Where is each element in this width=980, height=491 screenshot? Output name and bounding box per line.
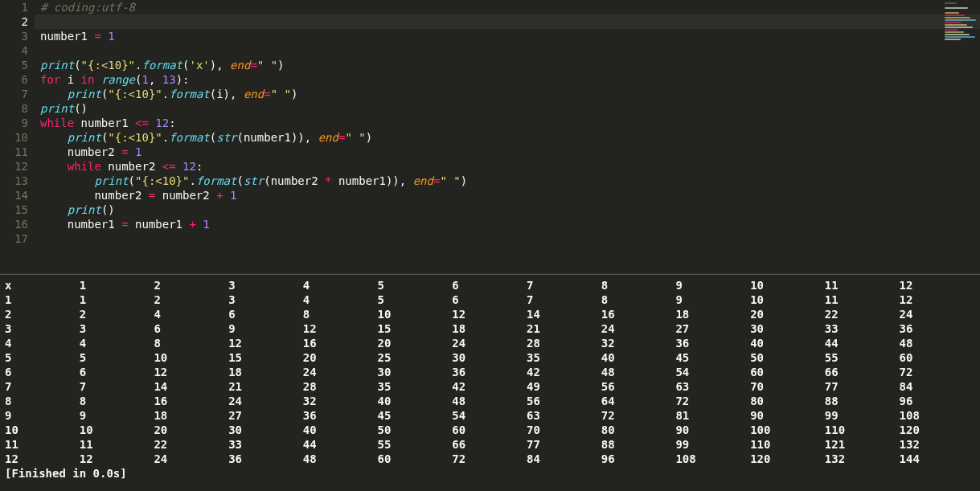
token: *: [325, 174, 331, 187]
code-line[interactable]: number1 = number1 + 1: [40, 217, 980, 231]
token: print: [68, 203, 101, 216]
code-line[interactable]: [40, 43, 980, 58]
token: format: [169, 131, 210, 144]
panel-divider[interactable]: [0, 273, 980, 275]
code-line[interactable]: print("{:<10}".format('x'), end=" "): [40, 58, 980, 72]
output-line: 8 8 16 24 32 40 48 56 64 72 80 88 96: [5, 394, 974, 408]
code-line[interactable]: while number1 <= 12:: [40, 116, 980, 130]
minimap-line: [945, 5, 962, 6]
minimap[interactable]: [945, 2, 977, 43]
minimap-line: [945, 22, 962, 23]
line-number: 6: [0, 72, 28, 87]
output-line: 11 11 22 33 44 55 66 77 88 99 110 121 13…: [5, 437, 974, 452]
line-number: 3: [0, 29, 28, 43]
code-line[interactable]: print("{:<10}".format(str(number2 * numb…: [40, 174, 980, 188]
token: format: [196, 174, 237, 187]
output-line: 4 4 8 12 16 20 24 28 32 36 40 44 48: [5, 336, 974, 350]
token: [223, 189, 230, 202]
code-line[interactable]: # coding:utf-8: [40, 0, 980, 14]
token: while: [40, 117, 74, 129]
token: ): [366, 131, 372, 144]
token: 1: [230, 189, 236, 202]
line-number: 9: [0, 116, 28, 130]
token: [176, 160, 182, 173]
line-number: 16: [0, 217, 28, 231]
code-line[interactable]: print("{:<10}".format(str(number1)), end…: [40, 130, 980, 145]
token: "{:<10}": [108, 88, 162, 100]
minimap-line: [945, 12, 959, 14]
output-line: 10 10 20 30 40 50 60 70 80 90 100 110 12…: [5, 423, 974, 437]
code-line[interactable]: [35, 14, 980, 29]
line-number: 8: [0, 101, 28, 116]
token: .: [162, 131, 169, 144]
token: (: [129, 174, 135, 187]
token: number2: [40, 145, 121, 158]
token: 1: [108, 30, 114, 43]
token: ):: [176, 73, 190, 86]
finished-text: [Finished in 0.0s]: [5, 466, 974, 481]
token: # coding:utf-8: [40, 1, 135, 14]
minimap-line: [945, 10, 974, 11]
token: format: [169, 88, 210, 100]
minimap-line: [945, 31, 964, 33]
token: =: [121, 218, 128, 231]
token: (: [236, 174, 243, 187]
token: =: [250, 59, 256, 72]
token: print: [94, 174, 128, 187]
line-number: 4: [0, 43, 28, 58]
token: end: [244, 88, 264, 100]
token: "{:<10}": [108, 131, 162, 144]
output-line: 1 1 2 3 4 5 6 7 8 9 10 11 12: [5, 293, 974, 307]
token: ): [291, 88, 297, 100]
token: " ": [345, 131, 365, 144]
token: (number2: [264, 174, 325, 187]
token: (: [74, 59, 80, 72]
code-line[interactable]: print(): [40, 101, 980, 116]
token: while: [68, 160, 101, 173]
code-line[interactable]: number2 = 1: [40, 145, 980, 159]
code-line[interactable]: print(): [40, 203, 980, 217]
token: print: [40, 102, 74, 115]
output-line: 5 5 10 15 20 25 30 35 40 45 50 55 60: [5, 350, 974, 365]
token: (number1)),: [237, 131, 318, 144]
token: <=: [135, 117, 149, 129]
code-line[interactable]: for i in range(1, 13):: [40, 72, 980, 87]
code-line[interactable]: number2 = number2 + 1: [40, 188, 980, 203]
output-line: 9 9 18 27 36 45 54 63 72 81 90 99 108: [5, 408, 974, 423]
token: [94, 73, 100, 86]
token: end: [413, 174, 433, 187]
token: range: [101, 73, 135, 86]
minimap-line: [945, 24, 967, 26]
token: print: [40, 59, 74, 72]
token: :: [196, 160, 203, 173]
line-number: 10: [0, 130, 28, 145]
line-number: 2: [0, 14, 28, 29]
token: =: [121, 145, 128, 158]
token: (): [101, 203, 115, 216]
token: number1: [40, 218, 121, 231]
token: number2: [101, 160, 162, 173]
minimap-line: [945, 36, 975, 38]
token: for: [40, 73, 60, 86]
token: [40, 88, 68, 100]
build-output-panel[interactable]: x 1 2 3 4 5 6 7 8 9 10 11 12 1 1 2 3 4 5: [5, 278, 974, 481]
minimap-line: [945, 41, 966, 43]
token: in: [81, 73, 95, 86]
code-editor[interactable]: 1234567891011121314151617 # coding:utf-8…: [0, 0, 980, 269]
token: end: [318, 131, 338, 144]
output-line: 12 12 24 36 48 60 72 84 96 108 120 132 1…: [5, 452, 974, 466]
token: 'x': [189, 59, 209, 72]
code-line[interactable]: while number2 <= 12:: [40, 159, 980, 174]
token: =: [264, 88, 270, 100]
line-number: 11: [0, 145, 28, 159]
token: [129, 145, 135, 158]
code-line[interactable]: number1 = 1: [40, 29, 980, 43]
token: print: [68, 88, 101, 100]
code-line[interactable]: print("{:<10}".format(i), end=" "): [40, 87, 980, 101]
token: +: [216, 189, 223, 202]
token: 13: [162, 73, 176, 86]
code-area[interactable]: # coding:utf-8number1 = 1print("{:<10}".…: [40, 0, 980, 246]
token: " ": [257, 59, 277, 72]
token: " ": [440, 174, 460, 187]
code-line[interactable]: [40, 231, 980, 246]
